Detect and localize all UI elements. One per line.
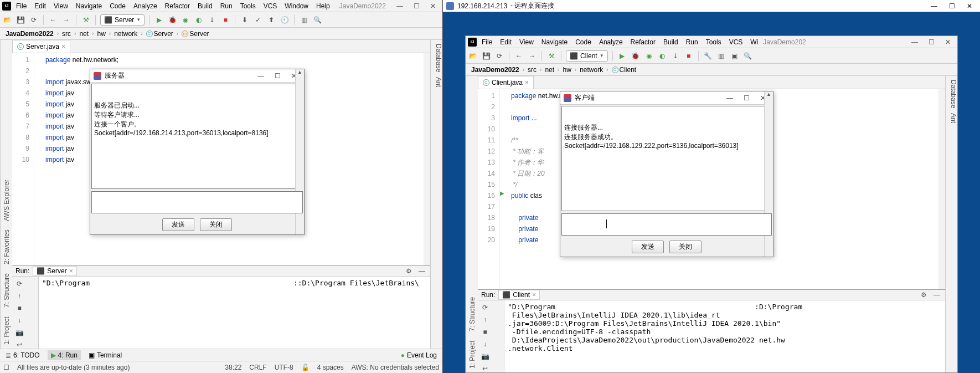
menu-tools[interactable]: Tools	[703, 37, 724, 47]
tab-favorites[interactable]: 2: Favorites	[2, 228, 12, 267]
menu-file[interactable]: File	[13, 1, 29, 11]
vcs-history-icon[interactable]: 🕘	[280, 15, 290, 25]
vcs-update-icon[interactable]: ⬇	[240, 15, 250, 25]
search-icon[interactable]: 🔍	[743, 51, 753, 61]
save-icon[interactable]: 💾	[16, 15, 25, 25]
vcs-push-icon[interactable]: ⬆	[266, 15, 276, 25]
crumb-network[interactable]: network	[577, 65, 605, 74]
forward-icon[interactable]: →	[527, 51, 537, 61]
screenshot-icon[interactable]: 📷	[14, 327, 25, 338]
swing-window-server[interactable]: 服务器 — ☐ ✕ 服务器已启动...等待客户请求...连接一个客户。Socke…	[90, 69, 305, 235]
structure-icon[interactable]: ▥	[299, 15, 309, 25]
menu-window[interactable]: Window	[282, 1, 311, 11]
swing-textarea[interactable]: 连接服务器...连接服务器成功。Socket[addr=/192.168.129…	[561, 106, 772, 211]
swing-textarea[interactable]: 服务器已启动...等待客户请求...连接一个客户。Socket[addr=/19…	[91, 84, 303, 189]
menu-wi[interactable]: Wi	[747, 37, 761, 47]
tab-run[interactable]: ▶4: Run	[48, 350, 81, 360]
open-icon[interactable]: 📂	[2, 15, 12, 25]
tab-database[interactable]: Database	[948, 78, 957, 110]
tab-todo[interactable]: ≣6: TODO	[2, 350, 43, 360]
status-collapse-icon[interactable]: ☐	[3, 364, 9, 371]
tab-project[interactable]: 1: Project	[467, 339, 477, 370]
profile-icon[interactable]: ◐	[194, 15, 204, 25]
menu-view[interactable]: View	[51, 1, 71, 11]
crumb-project[interactable]: JavaDemo2022	[469, 65, 522, 74]
run-hide-icon[interactable]: —	[417, 266, 427, 276]
rdp-close-icon[interactable]: ✕	[962, 2, 977, 10]
status-readonly-icon[interactable]: 🔓	[301, 364, 310, 371]
run-config-dropdown[interactable]: ⬛ Server ▼	[100, 14, 145, 25]
status-position[interactable]: 38:22	[225, 364, 241, 371]
coverage-icon[interactable]: ◉	[180, 15, 190, 25]
tab-database[interactable]: Database	[434, 42, 442, 74]
attach-icon[interactable]: ⤓	[670, 51, 680, 61]
swing-minimize-icon[interactable]: —	[723, 94, 736, 102]
menu-analyze[interactable]: Analyze	[596, 37, 626, 47]
run-settings-icon[interactable]: ⚙	[919, 290, 929, 300]
crumb-class[interactable]: CServer	[144, 29, 176, 38]
search-icon[interactable]: 🔍	[312, 15, 322, 25]
menu-run[interactable]: Run	[683, 37, 701, 47]
attach-icon[interactable]: ⤓	[207, 15, 217, 25]
tab-terminal[interactable]: ▣Terminal	[85, 350, 125, 360]
debug-icon[interactable]: 🐞	[631, 51, 641, 61]
run-settings-icon[interactable]: ⚙	[404, 266, 414, 276]
menu-navigate[interactable]: Navigate	[73, 1, 105, 11]
tab-project[interactable]: 1: Project	[2, 315, 12, 346]
menu-tools[interactable]: Tools	[238, 1, 259, 11]
menu-refactor[interactable]: Refactor	[628, 37, 658, 47]
sync-icon[interactable]: ⟳	[494, 51, 504, 61]
toggle-softwrap-icon[interactable]: ↩	[479, 363, 491, 372]
up-icon[interactable]: ↑	[479, 314, 491, 325]
crumb-src[interactable]: src	[525, 65, 539, 74]
swing-minimize-icon[interactable]: —	[254, 72, 267, 80]
crumb-hw[interactable]: hw	[560, 65, 573, 74]
forward-icon[interactable]: →	[61, 15, 71, 25]
crumb-network[interactable]: network	[112, 29, 140, 38]
close-button[interactable]: ✕	[941, 38, 955, 46]
crumb-src[interactable]: src	[60, 29, 73, 38]
vcs-commit-icon[interactable]: ✓	[253, 15, 263, 25]
structure-icon[interactable]: ▣	[730, 51, 740, 61]
menu-edit[interactable]: Edit	[497, 37, 514, 47]
crumb-member[interactable]: mServer	[179, 29, 211, 38]
swing-send-button[interactable]: 发送	[162, 218, 194, 231]
menu-build[interactable]: Build	[661, 37, 681, 47]
back-icon[interactable]: ←	[48, 15, 58, 25]
save-icon[interactable]: 💾	[481, 51, 491, 61]
tab-structure[interactable]: 7: Structure	[467, 295, 477, 333]
swing-close-button[interactable]: 关闭	[669, 241, 702, 253]
swing-input[interactable]	[91, 191, 303, 213]
rdp-titlebar[interactable]: 192.168.214.213 - 远程桌面连接 — ☐ ✕	[443, 0, 980, 12]
crumb-net[interactable]: net	[543, 65, 556, 74]
stop-process-icon[interactable]: ■	[479, 326, 491, 338]
open-icon[interactable]: 📂	[468, 51, 478, 61]
menu-code[interactable]: Code	[107, 1, 128, 11]
debug-icon[interactable]: 🐞	[167, 15, 177, 25]
run-hide-icon[interactable]: —	[932, 290, 942, 300]
layout-icon[interactable]: ▥	[716, 51, 726, 61]
toggle-softwrap-icon[interactable]: ↩	[14, 339, 25, 349]
tab-ant[interactable]: Ant	[948, 111, 957, 125]
status-indent[interactable]: 4 spaces	[317, 364, 344, 371]
menu-build[interactable]: Build	[195, 1, 215, 11]
maximize-button[interactable]: ☐	[409, 2, 424, 10]
rdp-maximize-icon[interactable]: ☐	[945, 2, 959, 10]
run-output[interactable]: "D:\Program ::D:\Program Files\JetBrains…	[39, 277, 430, 349]
minimize-button[interactable]: —	[393, 2, 407, 10]
menu-vcs[interactable]: VCS	[726, 37, 746, 47]
menu-vcs[interactable]: VCS	[261, 1, 280, 11]
hammer-icon[interactable]: ⚒	[546, 51, 556, 61]
tab-structure[interactable]: 7: Structure	[2, 272, 12, 309]
menu-edit[interactable]: Edit	[32, 1, 49, 11]
run-icon[interactable]: ▶	[154, 15, 164, 25]
up-icon[interactable]: ↑	[14, 290, 25, 302]
crumb-net[interactable]: net	[77, 29, 91, 38]
menu-file[interactable]: File	[479, 37, 495, 47]
swing-input[interactable]	[561, 213, 772, 236]
rerun-icon[interactable]: ⟳	[479, 302, 491, 313]
screenshot-icon[interactable]: 📷	[479, 351, 491, 362]
stop-process-icon[interactable]: ■	[14, 303, 25, 314]
run-output[interactable]: "D:\Program :D:\Program Files\JetBrains\…	[504, 300, 945, 372]
hammer-icon[interactable]: ⚒	[81, 15, 91, 25]
